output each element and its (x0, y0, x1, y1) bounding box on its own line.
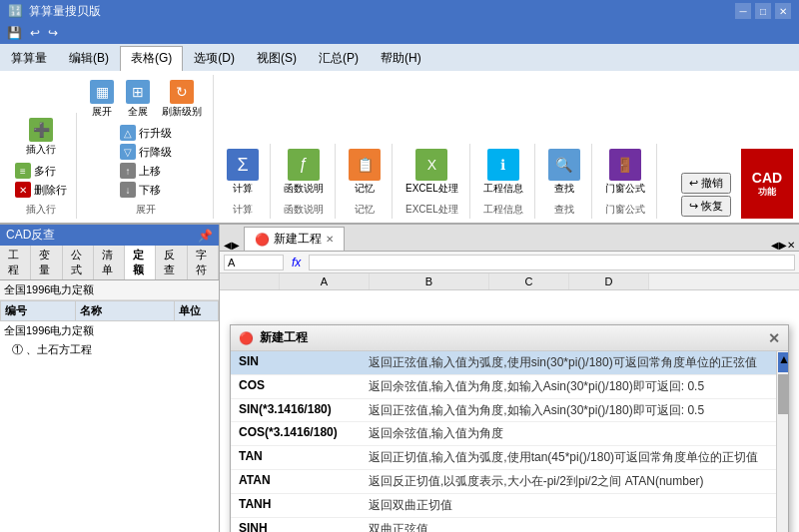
excel-label: EXCEL处理 (405, 182, 458, 196)
minimize-button[interactable]: ─ (735, 3, 751, 19)
row-upgrade-btn[interactable]: △ 行升级 (117, 124, 175, 142)
tab-project[interactable]: 工程 (0, 246, 31, 279)
func-name-cell: COS(*3.1416/180) (231, 422, 361, 446)
func-scrollbar[interactable]: ▲ ▼ (776, 351, 788, 532)
row-downgrade-btn[interactable]: ▽ 行降级 (117, 143, 175, 161)
func-row[interactable]: TAN返回正切值,输入值为弧度,使用tan(45*pi()/180)可返回常角度… (231, 446, 776, 470)
tab-nav-next[interactable]: ▶ (779, 240, 787, 251)
scroll-thumb[interactable] (778, 374, 788, 414)
tab-quota[interactable]: 定额 (125, 246, 156, 279)
tab-summary[interactable]: 汇总(P) (308, 46, 370, 71)
cell-reference-input[interactable] (224, 255, 284, 270)
panel-pin-icon: 📌 (198, 229, 213, 243)
proj-info-label: 工程信息 (483, 182, 523, 196)
func-name-cell: TANH (231, 493, 361, 517)
full-expand-btn[interactable]: ⊞ 全展 (121, 77, 155, 122)
tab-variable[interactable]: 变量 (31, 246, 62, 279)
refresh-level-btn[interactable]: ↻ 刷新级别 (157, 77, 207, 122)
tree-item-earthwork[interactable]: ① 、土石方工程 (0, 340, 219, 359)
cad-button[interactable]: CAD 功能 (741, 149, 793, 219)
tab-scroll-right[interactable]: ▶ (232, 240, 240, 251)
panel-content-header: 全国1996电力定额 (0, 280, 219, 300)
doc-tab-new-project[interactable]: 🔴 新建工程 ✕ (244, 227, 345, 251)
tab-view[interactable]: 视图(S) (246, 46, 308, 71)
move-down-btn[interactable]: ↓ 下移 (117, 181, 175, 199)
doc-tab-close[interactable]: ✕ (326, 234, 334, 245)
func-dialog-icon: 🔴 (239, 331, 254, 345)
func-desc-cell: 返回反正切值,以弧度表示,大小在-pi/2到pi/2之间 ATAN(number… (361, 469, 776, 493)
multi-row-btn[interactable]: ≡ 多行 (12, 162, 70, 180)
undo-btn[interactable]: ↩ 撤销 (681, 173, 731, 194)
ribbon-tabs: 算算量 编辑(B) 表格(G) 选项(D) 视图(S) 汇总(P) 帮助(H) (0, 44, 799, 71)
func-row[interactable]: SINH双曲正弦值 (231, 517, 776, 532)
delete-row-btn[interactable]: ✕ 删除行 (12, 181, 70, 199)
col-header-num: 编号 (1, 301, 76, 321)
tab-close-all[interactable]: ✕ (787, 240, 795, 251)
qa-save[interactable]: 💾 (4, 25, 25, 41)
func-row[interactable]: COS返回余弦值,输入值为角度,如输入Asin(30*pi()/180)即可返回… (231, 374, 776, 398)
insert-row-btn[interactable]: ➕ 插入行 (21, 115, 61, 160)
qa-undo[interactable]: ↩ (27, 25, 43, 41)
col-header-C[interactable]: C (489, 273, 569, 289)
expand-btn[interactable]: ▦ 展开 (85, 77, 119, 122)
quick-access-toolbar: 💾 ↩ ↪ (0, 22, 799, 44)
func-row[interactable]: SIN(*3.1416/180)返回正弦值,输入值为角度,如输入Asin(30*… (231, 398, 776, 422)
display-group-label: 展开 (136, 203, 156, 217)
move-down-icon: ↓ (120, 182, 136, 198)
tab-formula[interactable]: 公式 (63, 246, 94, 279)
full-expand-label: 全展 (128, 105, 148, 119)
formula-bar: fx (220, 252, 799, 273)
formula-input[interactable] (309, 255, 795, 270)
maximize-button[interactable]: □ (755, 3, 771, 19)
tab-table[interactable]: 表格(G) (120, 46, 183, 71)
search-icon: 🔍 (548, 149, 580, 181)
close-button[interactable]: ✕ (775, 3, 791, 19)
tab-help[interactable]: 帮助(H) (370, 46, 432, 71)
scroll-up-btn[interactable]: ▲ (778, 352, 788, 372)
memo-icon: 📋 (349, 149, 381, 181)
door-formula-btn[interactable]: 🚪 门窗公式 (600, 146, 650, 199)
tab-nav-prev[interactable]: ◀ (771, 240, 779, 251)
app-title: 算算量搜贝版 (29, 3, 101, 20)
tab-suansuanliang[interactable]: 算算量 (0, 46, 58, 71)
tree-item-root[interactable]: 全国1996电力定额 (0, 321, 219, 340)
qa-redo[interactable]: ↪ (45, 25, 61, 41)
func-row[interactable]: COS(*3.1416/180)返回余弦值,输入值为角度 (231, 422, 776, 446)
func-row[interactable]: ATAN返回反正切值,以弧度表示,大小在-pi/2到pi/2之间 ATAN(nu… (231, 469, 776, 493)
redo-btn[interactable]: ↪ 恢复 (681, 196, 731, 217)
col-header-A[interactable]: A (280, 273, 370, 289)
tab-list[interactable]: 清单 (94, 246, 125, 279)
door-group-label: 门窗公式 (605, 203, 645, 217)
func-desc-btn[interactable]: ƒ 函数说明 (279, 146, 329, 199)
col-header-name: 名称 (76, 301, 175, 321)
tab-back-check[interactable]: 反查 (156, 246, 187, 279)
nav-right: ◀ ▶ ✕ (767, 240, 799, 251)
insert-small-btns: ≡ 多行 ✕ 删除行 (12, 162, 70, 199)
func-dialog-close-btn[interactable]: ✕ (768, 330, 780, 346)
func-row[interactable]: TANH返回双曲正切值 (231, 493, 776, 517)
col-header-D[interactable]: D (569, 273, 649, 289)
memo-btn[interactable]: 📋 记忆 (344, 146, 386, 199)
move-up-btn[interactable]: ↑ 上移 (117, 162, 175, 180)
tab-edit[interactable]: 编辑(B) (58, 46, 120, 71)
panel-title: CAD反查 📌 (0, 225, 219, 246)
func-name-cell: SIN (231, 351, 361, 374)
tab-scroll-left[interactable]: ◀ (224, 240, 232, 251)
calc-btn[interactable]: Σ 计算 (222, 146, 264, 199)
func-dialog-title-text: 新建工程 (260, 329, 308, 346)
proj-info-btn[interactable]: ℹ 工程信息 (478, 146, 528, 199)
cad-label: CAD (752, 170, 782, 186)
ribbon-group-excel: X EXCEL处理 EXCEL处理 (395, 144, 470, 219)
search-btn[interactable]: 🔍 查找 (543, 146, 585, 199)
excel-group-label: EXCEL处理 (405, 203, 458, 217)
tab-char[interactable]: 字符 (188, 246, 219, 279)
insert-group-label: 插入行 (26, 203, 56, 217)
expand-label: 展开 (92, 105, 112, 119)
func-group-label: 函数说明 (284, 203, 324, 217)
corner-cell (220, 273, 280, 289)
full-expand-icon: ⊞ (126, 80, 150, 104)
excel-btn[interactable]: X EXCEL处理 (400, 146, 463, 199)
func-row[interactable]: SIN返回正弦值,输入值为弧度,使用sin(30*pi()/180)可返回常角度… (231, 351, 776, 374)
col-header-B[interactable]: B (370, 273, 489, 289)
tab-options[interactable]: 选项(D) (183, 46, 246, 71)
